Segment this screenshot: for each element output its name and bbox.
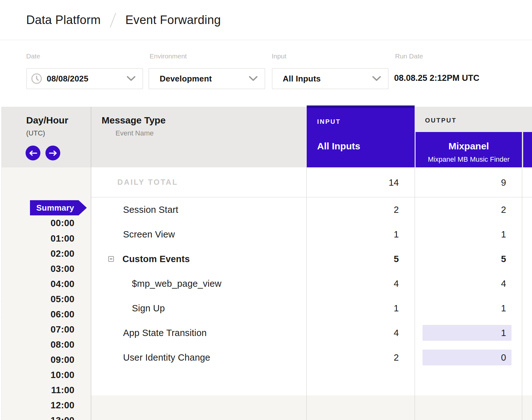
table-row-user-identity-change: User Identity Change 2 0 [91,345,532,370]
input-filter-select[interactable]: All Inputs [272,68,388,89]
output-count: 5 [443,254,506,264]
daily-total-output-value: 9 [443,177,506,188]
table-row-session-start: Session Start 2 2 [91,197,532,222]
hour-row-label[interactable]: 05:00 [19,294,74,304]
run-date-label: Run Date [395,52,423,60]
hour-row-label[interactable]: 01:00 [19,233,74,244]
event-name-subtitle: Event Name [115,129,154,137]
daily-total-row: DAILY TOTAL 14 9 [91,167,532,197]
message-type-name: Sign Up [132,303,165,314]
day-hour-subtitle: (UTC) [26,129,45,137]
input-column-header[interactable]: INPUT All Inputs [307,105,415,167]
output-count: 2 [443,205,506,215]
clock-icon [31,73,42,84]
date-filter-value: 08/08/2025 [47,74,88,84]
input-count: 5 [336,254,399,264]
hour-row-label[interactable]: 02:00 [19,249,74,259]
message-rows: Session Start 2 2 Screen View 1 1 Custom… [91,197,532,370]
page-header: Data Platform / Event Forwarding [0,0,532,40]
hour-row-label[interactable]: 08:00 [19,339,74,350]
input-filter-value: All Inputs [283,74,321,84]
hour-row-label[interactable]: 06:00 [19,309,74,320]
table-row-screen-view: Screen View 1 1 [91,222,532,247]
forwarding-table: Day/Hour (UTC) Message Type Event Name I… [0,107,532,420]
table-header-band: Day/Hour (UTC) Message Type Event Name I… [2,107,532,167]
date-filter-label: Date [26,52,40,60]
arrow-left-icon [29,150,37,156]
output-count: 4 [443,279,506,289]
message-type-name: User Identity Change [123,352,210,363]
message-type-name: App State Transition [123,328,207,338]
day-hour-header: Day/Hour [26,115,68,126]
input-filter-label: Input [272,52,287,60]
output-column-header[interactable]: Mixpanel Mixpanel MB Music Finder [416,132,522,167]
output-count: 0 [443,352,506,363]
column-divider [415,167,415,420]
hour-row-label[interactable]: 09:00 [19,355,74,365]
hour-row-label[interactable]: 00:00 [19,218,74,228]
output-count: 1 [443,303,506,314]
chevron-down-icon [127,76,135,81]
hour-row-label[interactable]: 13:00 [19,415,74,420]
hour-row-label[interactable]: 12:00 [19,400,74,411]
hour-row-label[interactable]: 07:00 [19,324,74,335]
arrow-right-icon [49,150,57,156]
environment-filter-label: Environment [150,52,187,60]
breadcrumb-section[interactable]: Data Platform [26,13,101,27]
message-type-name: Screen View [123,229,175,240]
input-column-active-strip [307,105,415,108]
input-group-label: INPUT [317,118,341,125]
input-count: 2 [336,205,399,215]
breadcrumb-separator: / [110,13,116,27]
output-count: 1 [443,229,506,240]
output-group-label: OUTPUT [425,117,457,124]
chevron-down-icon [372,76,381,81]
column-divider [522,167,522,420]
next-output-column-header[interactable] [523,132,532,167]
table-row-mp-web-page-view: $mp_web_page_view 4 4 [91,271,532,296]
event-forwarding-page: Data Platform / Event Forwarding Date 08… [0,0,532,420]
run-date-value: 08.08.25 2:12PM UTC [394,73,479,83]
hour-row-label[interactable]: 04:00 [19,279,74,289]
page-title: Event Forwarding [125,13,221,27]
output-count: 1 [443,328,506,338]
message-type-name: Session Start [123,205,178,215]
message-type-name: $mp_web_page_view [132,279,222,289]
breadcrumb: Data Platform / Event Forwarding [26,0,221,40]
hour-row-label[interactable]: 11:00 [19,385,74,395]
column-divider [306,167,307,420]
input-count: 2 [336,352,399,363]
column-divider [91,107,91,420]
summary-badge-label: Summary [30,200,80,215]
summary-content: DAILY TOTAL 14 9 Session Start 2 2 Scree… [91,167,532,420]
table-row-app-state-transition: App State Transition 4 1 [91,321,532,345]
next-day-button[interactable] [45,146,60,160]
table-row-custom-events: Custom Events 5 5 [91,247,532,271]
input-count: 1 [336,303,399,314]
environment-filter-select[interactable]: Development [149,68,265,89]
summary-badge[interactable]: Summary [30,200,87,215]
table-body: Summary 00:00 01:00 02:00 03:00 04:00 05… [2,167,532,420]
filter-bar: Date 08/08/2025 Environment Development … [0,40,532,107]
table-footer-band [91,395,532,420]
input-count: 4 [336,328,399,338]
previous-day-button[interactable] [26,146,40,160]
left-edge-divider [1,107,2,420]
collapse-toggle-icon[interactable] [108,256,114,262]
message-type-header: Message Type [102,115,166,126]
daily-total-label: DAILY TOTAL [117,178,178,187]
daily-total-input-value: 14 [336,177,399,188]
chevron-down-icon [249,76,257,81]
message-type-name: Custom Events [122,254,190,264]
time-column: Summary 00:00 01:00 02:00 03:00 04:00 05… [2,167,91,420]
hour-row-label[interactable]: 10:00 [19,370,74,380]
output-column-name: Mixpanel [416,141,522,152]
output-column-subtitle: Mixpanel MB Music Finder [416,155,522,164]
hour-row-label[interactable]: 03:00 [19,264,74,274]
input-count: 1 [336,229,399,240]
environment-filter-value: Development [160,74,212,84]
input-column-name: All Inputs [317,141,360,152]
table-row-sign-up: Sign Up 1 1 [91,296,532,321]
input-count: 4 [336,279,399,289]
date-filter-select[interactable]: 08/08/2025 [27,68,143,89]
